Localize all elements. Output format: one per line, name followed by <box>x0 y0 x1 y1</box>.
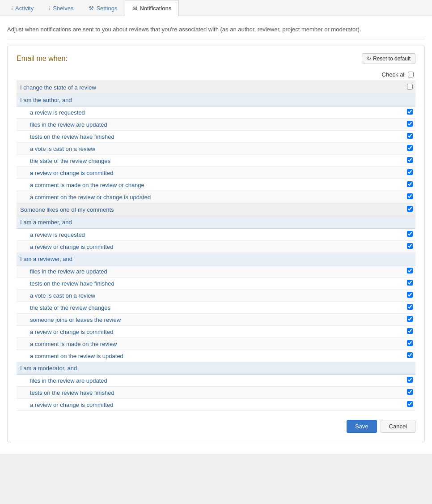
item-checkbox-cell <box>405 265 415 278</box>
wrench-icon: ⚒ <box>89 5 94 12</box>
item-label: tests on the review have finished <box>17 278 405 290</box>
item-label: someone joins or leaves the review <box>17 314 405 326</box>
item-checkbox-cell <box>405 179 415 191</box>
tab-settings[interactable]: ⚒ Settings <box>81 0 125 16</box>
email-icon: ✉ <box>132 5 137 12</box>
item-checkbox-cell <box>405 302 415 314</box>
item-label: a comment on the review or change is upd… <box>17 191 405 203</box>
reset-label: Reset to default <box>373 56 411 62</box>
item-checkbox[interactable] <box>407 377 413 383</box>
table-row: a comment is made on the review <box>17 338 415 350</box>
top-level-checkbox[interactable] <box>407 206 413 212</box>
table-row: a comment on the review or change is upd… <box>17 191 415 203</box>
item-label: a vote is cast on a review <box>17 290 405 302</box>
item-checkbox-cell <box>405 191 415 203</box>
top-level-label: Someone likes one of my comments <box>17 203 405 216</box>
item-checkbox-cell <box>405 131 415 143</box>
top-level-checkbox-cell <box>405 203 415 216</box>
table-row: the state of the review changes <box>17 302 415 314</box>
item-checkbox-cell <box>405 375 415 387</box>
table-row: files in the review are updated <box>17 375 415 387</box>
table-row: a review or change is committed <box>17 241 415 253</box>
item-label: a vote is cast on a review <box>17 143 405 155</box>
item-checkbox[interactable] <box>407 280 413 286</box>
item-checkbox[interactable] <box>407 157 413 163</box>
table-row: files in the review are updated <box>17 119 415 131</box>
check-all-checkbox[interactable] <box>408 72 414 77</box>
table-row: files in the review are updated <box>17 265 415 278</box>
item-checkbox-cell <box>405 290 415 302</box>
page-description: Adjust when notifications are sent to yo… <box>7 21 425 39</box>
item-label: a review or change is committed <box>17 399 405 411</box>
section-header-label: I am a member, and <box>17 216 415 229</box>
item-checkbox[interactable] <box>407 231 413 237</box>
item-checkbox-cell <box>405 155 415 167</box>
page-content: Adjust when notifications are sent to yo… <box>0 16 432 454</box>
item-checkbox[interactable] <box>407 181 413 187</box>
notification-table: I change the state of a review I am the … <box>17 81 415 411</box>
top-level-row: Someone likes one of my comments <box>17 203 415 216</box>
cancel-button[interactable]: Cancel <box>381 420 415 433</box>
item-checkbox[interactable] <box>407 268 413 273</box>
item-checkbox-cell <box>405 167 415 179</box>
item-checkbox[interactable] <box>407 292 413 298</box>
item-checkbox[interactable] <box>407 340 413 346</box>
table-row: a review or change is committed <box>17 326 415 338</box>
tab-shelves[interactable]: ⁝ Shelves <box>41 0 81 16</box>
table-row: tests on the review have finished <box>17 278 415 290</box>
table-row: tests on the review have finished <box>17 131 415 143</box>
item-label: a review or change is committed <box>17 326 405 338</box>
reset-to-default-button[interactable]: ↻ Reset to default <box>362 53 415 64</box>
table-row: the state of the review changes <box>17 155 415 167</box>
item-label: files in the review are updated <box>17 375 405 387</box>
item-checkbox[interactable] <box>407 316 413 322</box>
section-header-label: I am a moderator, and <box>17 362 415 375</box>
item-checkbox-cell <box>405 399 415 411</box>
item-checkbox[interactable] <box>407 109 413 115</box>
table-row: someone joins or leaves the review <box>17 314 415 326</box>
item-checkbox[interactable] <box>407 304 413 310</box>
tab-notifications[interactable]: ✉ Notifications <box>125 0 179 16</box>
item-checkbox[interactable] <box>407 169 413 175</box>
item-checkbox[interactable] <box>407 389 413 395</box>
item-checkbox[interactable] <box>407 401 413 407</box>
item-label: files in the review are updated <box>17 265 405 278</box>
section-header-row: I am the author, and <box>17 94 415 107</box>
table-row: a comment on the review is updated <box>17 350 415 362</box>
table-row: a comment is made on the review or chang… <box>17 179 415 191</box>
table-row: tests on the review have finished <box>17 387 415 399</box>
section-header-row: I am a reviewer, and <box>17 253 415 265</box>
item-checkbox-cell <box>405 143 415 155</box>
tab-activity[interactable]: ⁝ Activity <box>4 0 41 16</box>
item-label: tests on the review have finished <box>17 387 405 399</box>
top-level-row: I change the state of a review <box>17 81 415 94</box>
top-level-checkbox[interactable] <box>407 84 413 90</box>
item-checkbox-cell <box>405 326 415 338</box>
top-level-label: I change the state of a review <box>17 81 405 94</box>
item-label: files in the review are updated <box>17 119 405 131</box>
item-checkbox[interactable] <box>407 193 413 199</box>
item-label: a comment is made on the review or chang… <box>17 179 405 191</box>
grid-icon-shelves: ⁝ <box>49 5 51 12</box>
table-row: a vote is cast on a review <box>17 290 415 302</box>
item-checkbox-cell <box>405 314 415 326</box>
save-button[interactable]: Save <box>347 420 377 433</box>
item-checkbox[interactable] <box>407 133 413 139</box>
item-label: the state of the review changes <box>17 302 405 314</box>
card-title: Email me when: <box>17 55 68 63</box>
tab-bar: ⁝ Activity ⁝ Shelves ⚒ Settings ✉ Notifi… <box>0 0 432 16</box>
top-level-checkbox-cell <box>405 81 415 94</box>
item-checkbox[interactable] <box>407 328 413 334</box>
table-row: a review or change is committed <box>17 167 415 179</box>
tab-shelves-label: Shelves <box>53 5 73 12</box>
tab-notifications-label: Notifications <box>140 5 171 12</box>
table-row: a vote is cast on a review <box>17 143 415 155</box>
check-all-row: Check all <box>17 69 415 81</box>
item-checkbox[interactable] <box>407 352 413 358</box>
table-row: a review is requested <box>17 229 415 241</box>
item-checkbox[interactable] <box>407 145 413 151</box>
table-row: a review is requested <box>17 107 415 119</box>
item-label: tests on the review have finished <box>17 131 405 143</box>
item-checkbox[interactable] <box>407 243 413 249</box>
item-checkbox[interactable] <box>407 121 413 127</box>
